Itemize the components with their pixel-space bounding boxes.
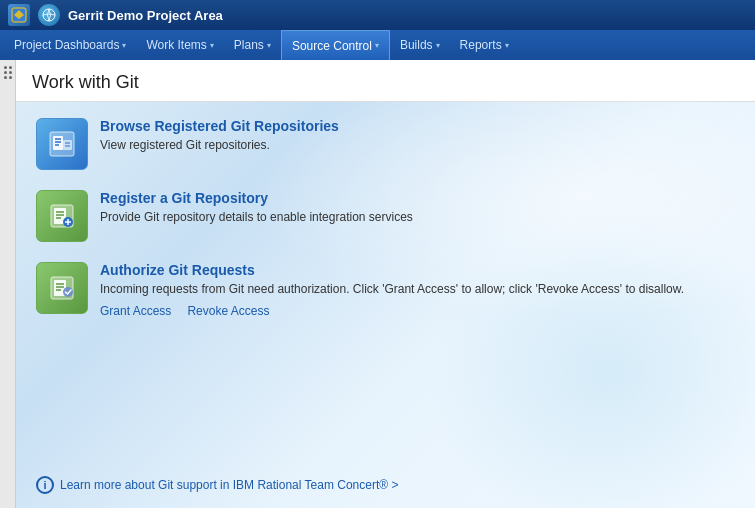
learn-more-section: i Learn more about Git support in IBM Ra… [36, 476, 398, 494]
nav-work-items[interactable]: Work Items ▾ [136, 30, 223, 60]
title-bar: Gerrit Demo Project Area [0, 0, 755, 30]
learn-more-link[interactable]: Learn more about Git support in IBM Rati… [60, 478, 398, 492]
register-repo-body: Register a Git Repository Provide Git re… [100, 190, 735, 226]
browse-repos-body: Browse Registered Git Repositories View … [100, 118, 735, 154]
chevron-down-icon: ▾ [210, 41, 214, 50]
authorize-git-title[interactable]: Authorize Git Requests [100, 262, 735, 278]
authorize-git-icon [36, 262, 88, 314]
authorize-git-desc: Incoming requests from Git need authoriz… [100, 281, 735, 298]
nav-bar: Project Dashboards ▾ Work Items ▾ Plans … [0, 30, 755, 60]
svg-rect-3 [53, 136, 63, 150]
chevron-down-icon: ▾ [122, 41, 126, 50]
nav-plans[interactable]: Plans ▾ [224, 30, 281, 60]
chevron-down-icon: ▾ [505, 41, 509, 50]
nav-builds[interactable]: Builds ▾ [390, 30, 450, 60]
authorize-git-links: Grant Access Revoke Access [100, 304, 735, 318]
browse-repos-title[interactable]: Browse Registered Git Repositories [100, 118, 735, 134]
nav-reports[interactable]: Reports ▾ [450, 30, 519, 60]
dot [9, 71, 12, 74]
authorize-git-body: Authorize Git Requests Incoming requests… [100, 262, 735, 318]
dot-grid [4, 66, 12, 79]
browse-repos-card: Browse Registered Git Repositories View … [36, 118, 735, 170]
register-repo-icon [36, 190, 88, 242]
dot [4, 66, 7, 69]
browse-repos-icon [36, 118, 88, 170]
grant-access-link[interactable]: Grant Access [100, 304, 171, 318]
nav-project-dashboards[interactable]: Project Dashboards ▾ [4, 30, 136, 60]
dot [4, 71, 7, 74]
chevron-down-icon: ▾ [375, 41, 379, 50]
globe-icon [38, 4, 60, 26]
register-repo-desc: Provide Git repository details to enable… [100, 209, 735, 226]
chevron-down-icon: ▾ [267, 41, 271, 50]
app-title: Gerrit Demo Project Area [68, 8, 223, 23]
register-repo-card: Register a Git Repository Provide Git re… [36, 190, 735, 242]
dot [9, 76, 12, 79]
info-icon: i [36, 476, 54, 494]
content-area: Work with Git Br [16, 60, 755, 508]
browse-repos-desc: View registered Git repositories. [100, 137, 735, 154]
register-repo-title[interactable]: Register a Git Repository [100, 190, 735, 206]
svg-point-23 [63, 287, 73, 297]
dot [4, 76, 7, 79]
sidebar-dots [0, 60, 16, 508]
authorize-git-card: Authorize Git Requests Incoming requests… [36, 262, 735, 318]
page-title: Work with Git [16, 60, 755, 102]
main-container: Work with Git Br [0, 60, 755, 508]
content-inner: Browse Registered Git Repositories View … [16, 102, 755, 354]
revoke-access-link[interactable]: Revoke Access [187, 304, 269, 318]
dot [9, 66, 12, 69]
app-logo [8, 4, 30, 26]
chevron-down-icon: ▾ [436, 41, 440, 50]
nav-source-control[interactable]: Source Control ▾ [281, 30, 390, 60]
svg-point-1 [43, 9, 55, 21]
svg-rect-7 [63, 140, 72, 150]
